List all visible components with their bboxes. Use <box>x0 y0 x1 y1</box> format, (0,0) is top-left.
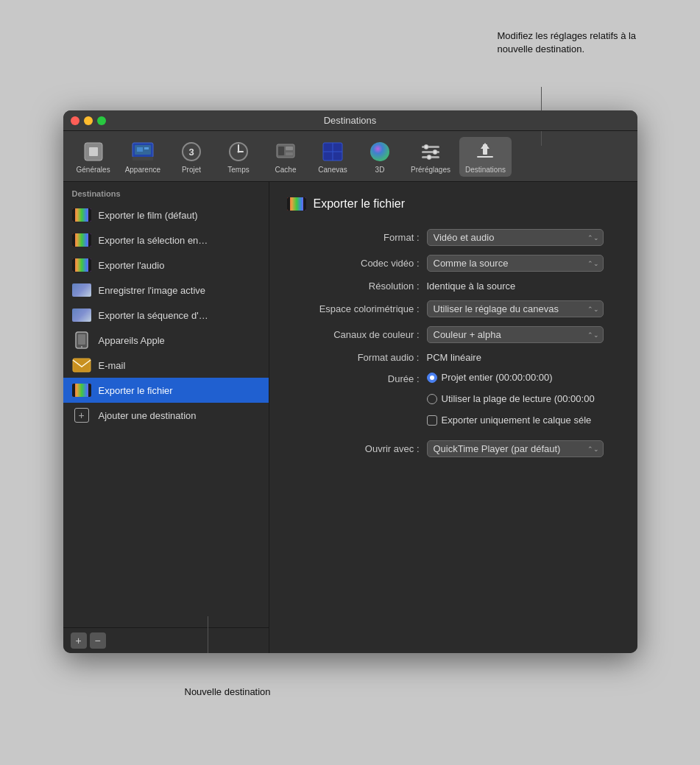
codec-video-label: Codec vidéo : <box>287 258 427 269</box>
resolution-value: Identique à la source <box>427 281 516 292</box>
cache-icon <box>274 140 297 163</box>
toolbar-label-cache: Cache <box>275 166 297 174</box>
toolbar-item-destinations[interactable]: Destinations <box>459 137 512 177</box>
sidebar-item-email[interactable]: E-mail <box>63 353 269 378</box>
svg-rect-33 <box>73 359 91 372</box>
svg-point-22 <box>424 145 428 149</box>
canaux-couleur-select[interactable]: Couleur + alpha <box>427 326 604 343</box>
ouvrir-avec-select-wrapper: QuickTime Player (par défaut) <box>427 440 604 457</box>
add-destination-icon: + <box>72 408 91 423</box>
sidebar-item-export-selection[interactable]: Exporter la sélection en… <box>63 228 269 253</box>
sidebar-item-ajouter-destination[interactable]: + Ajouter une destination <box>63 403 269 428</box>
duree-options: Projet entier (00:00:00:00) Utiliser la … <box>427 372 595 434</box>
toolbar-item-prereglages[interactable]: Préréglages <box>405 137 456 177</box>
codec-video-select[interactable]: Comme la source <box>427 255 604 272</box>
svg-rect-5 <box>144 147 149 149</box>
toolbar-item-temps[interactable]: Temps <box>216 137 261 177</box>
toolbar-item-3d[interactable]: 3D <box>358 137 402 177</box>
sidebar-item-label: Enregistrer l'image active <box>99 285 206 296</box>
toolbar-item-apparence[interactable]: Apparence <box>119 137 166 177</box>
sidebar-footer: + − <box>63 627 269 653</box>
sidebar: Destinations Exporter le film (défaut) <box>63 182 269 653</box>
sidebar-list: Exporter le film (défaut) Exporter la sé… <box>63 202 269 627</box>
exporter-calque-row: Exporter uniquement le calque séle <box>427 415 595 426</box>
svg-rect-1 <box>89 147 98 156</box>
duree-option2-row: Utiliser la plage de lecture (00:00:00 <box>427 393 595 404</box>
main-content: Destinations Exporter le film (défaut) <box>63 182 637 653</box>
format-row: Format : Vidéo et audio <box>287 229 620 246</box>
format-audio-value: PCM linéaire <box>427 352 481 363</box>
sidebar-item-label: Exporter le fichier <box>99 385 173 396</box>
canaux-couleur-label: Canaux de couleur : <box>287 329 427 340</box>
image-icon-2 <box>72 308 91 322</box>
sidebar-item-label: Exporter le film (défaut) <box>99 210 198 221</box>
format-audio-row: Format audio : PCM linéaire <box>287 352 620 363</box>
svg-rect-6 <box>132 157 153 161</box>
generales-icon <box>82 140 105 163</box>
sidebar-item-label: Exporter la sélection en… <box>99 235 208 246</box>
film-icon-3 <box>72 258 91 272</box>
format-audio-label: Format audio : <box>287 352 427 363</box>
toolbar-label-3d: 3D <box>375 166 385 174</box>
phone-icon <box>72 333 91 348</box>
espace-colorimetrique-select[interactable]: Utiliser le réglage du canevas <box>427 300 604 317</box>
titlebar-buttons <box>71 116 106 125</box>
toolbar-label-temps: Temps <box>227 166 249 174</box>
svg-point-32 <box>81 346 82 348</box>
sidebar-item-export-sequence[interactable]: Exporter la séquence d'… <box>63 303 269 328</box>
duree-radio-1[interactable] <box>427 373 437 383</box>
duree-radio-2[interactable] <box>427 394 437 404</box>
remove-button[interactable]: − <box>90 632 106 649</box>
toolbar-label-prereglages: Préréglages <box>411 166 450 174</box>
minimize-button[interactable] <box>84 116 93 125</box>
3d-icon <box>368 140 392 163</box>
toolbar-label-apparence: Apparence <box>125 166 160 174</box>
close-button[interactable] <box>71 116 79 125</box>
sidebar-item-label: Appareils Apple <box>99 335 165 346</box>
sidebar-item-export-audio[interactable]: Exporter l'audio <box>63 253 269 278</box>
image-icon <box>72 283 91 297</box>
sidebar-item-label: Exporter l'audio <box>99 260 165 271</box>
sidebar-item-export-fichier[interactable]: Exporter le fichier <box>63 378 269 403</box>
espace-colorimetrique-row: Espace colorimétrique : Utiliser le régl… <box>287 300 620 317</box>
sidebar-item-enregistrer-image[interactable]: Enregistrer l'image active <box>63 278 269 303</box>
svg-rect-27 <box>477 156 493 158</box>
svg-point-20 <box>370 142 389 161</box>
duree-option1-row: Projet entier (00:00:00:00) <box>427 372 595 383</box>
svg-point-26 <box>427 155 431 160</box>
svg-rect-31 <box>78 334 85 345</box>
destinations-icon <box>473 140 497 163</box>
annotation-bottom: Nouvelle destination <box>185 686 271 697</box>
codec-video-row: Codec vidéo : Comme la source <box>287 255 620 272</box>
toolbar-item-canevas[interactable]: Canevas <box>311 137 355 177</box>
exporter-calque-checkbox[interactable] <box>427 415 437 426</box>
toolbar-item-projet[interactable]: 3 Projet <box>169 137 213 177</box>
codec-select-wrapper: Comme la source <box>427 255 604 272</box>
ouvrir-avec-select[interactable]: QuickTime Player (par défaut) <box>427 440 604 457</box>
svg-text:3: 3 <box>188 147 194 158</box>
detail-panel: Exporter le fichier Format : Vidéo et au… <box>269 182 637 653</box>
titlebar: Destinations <box>63 110 637 131</box>
toolbar: Générales Apparence <box>63 131 637 182</box>
canevas-icon <box>321 140 344 163</box>
annotation-top: Modifiez les réglages relatifs à la nouv… <box>498 29 645 56</box>
sidebar-item-appareils-apple[interactable]: Appareils Apple <box>63 328 269 353</box>
maximize-button[interactable] <box>97 116 106 125</box>
main-window: Destinations Générales <box>63 110 637 653</box>
svg-point-24 <box>433 150 437 155</box>
add-button[interactable]: + <box>71 632 87 649</box>
ouvrir-avec-row: Ouvrir avec : QuickTime Player (par défa… <box>287 440 620 457</box>
format-select-wrapper: Vidéo et audio <box>427 229 604 246</box>
format-select[interactable]: Vidéo et audio <box>427 229 604 246</box>
duree-label: Durée : <box>287 372 427 434</box>
svg-rect-14 <box>278 147 284 155</box>
email-icon <box>72 358 91 373</box>
toolbar-label-projet: Projet <box>182 166 201 174</box>
canaux-select-wrapper: Couleur + alpha <box>427 326 604 343</box>
temps-icon <box>227 140 250 163</box>
toolbar-item-generales[interactable]: Générales <box>71 137 116 177</box>
svg-rect-4 <box>137 147 143 152</box>
sidebar-item-export-film[interactable]: Exporter le film (défaut) <box>63 202 269 228</box>
toolbar-item-cache[interactable]: Cache <box>264 137 308 177</box>
svg-marker-29 <box>481 143 489 149</box>
